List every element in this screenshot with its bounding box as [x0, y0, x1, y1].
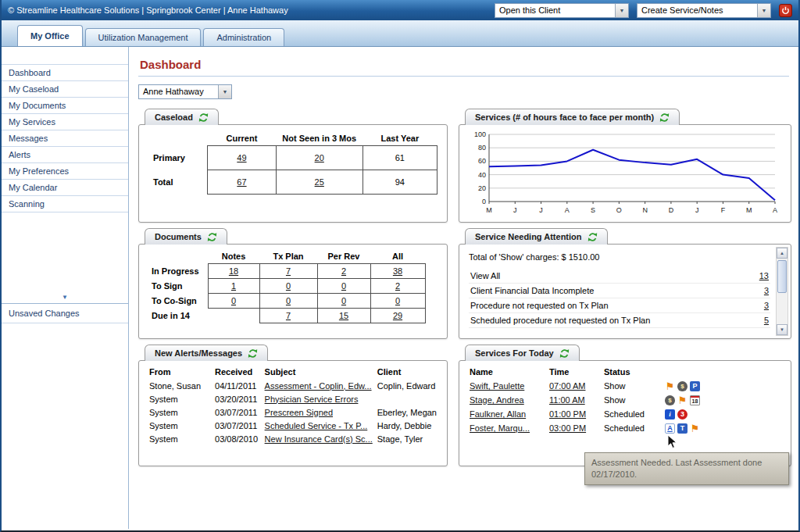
sidebar-item-unsaved-changes[interactable]: Unsaved Changes: [2, 303, 128, 323]
documents-count-link[interactable]: 2: [395, 281, 400, 291]
tab-my-office[interactable]: My Office: [17, 25, 83, 46]
alert-client: Hardy, Debbie: [375, 419, 439, 432]
documents-count-link[interactable]: 0: [395, 296, 400, 305]
dropdown-arrow-icon[interactable]: ▼: [218, 85, 231, 98]
documents-row-label: Due in 14: [147, 309, 208, 323]
tab-utilization-management[interactable]: Utilization Management: [85, 28, 202, 46]
service-time-link[interactable]: 01:00 PM: [549, 409, 586, 419]
refresh-icon[interactable]: [198, 112, 209, 123]
scroll-down-icon[interactable]: ▼: [777, 324, 788, 335]
today-column-header: Time: [547, 365, 602, 379]
client-name-link[interactable]: Foster, Marqu...: [470, 423, 530, 433]
documents-count-link[interactable]: 29: [393, 311, 402, 320]
alert-badge-icon: 3: [677, 409, 688, 420]
documents-cell: 0: [317, 279, 370, 294]
services-chart-body: 020406080100MJJASONDJFMA: [459, 125, 791, 222]
sidebar-item-alerts[interactable]: Alerts: [2, 147, 128, 163]
client-name-link[interactable]: Swift, Paulette: [470, 381, 524, 391]
client-name-link[interactable]: Stage, Andrea: [470, 395, 524, 405]
sidebar-item-my-caseload[interactable]: My Caseload: [2, 81, 128, 98]
tab-administration[interactable]: Administration: [203, 28, 284, 46]
alert-subject-link[interactable]: Prescreen Signed: [265, 408, 333, 417]
sidebar-item-my-documents[interactable]: My Documents: [2, 98, 128, 114]
sidebar-item-my-preferences[interactable]: My Preferences: [2, 163, 128, 180]
staff-dropdown[interactable]: Anne Hathaway ▼: [138, 84, 232, 99]
caseload-count-link[interactable]: 20: [315, 153, 324, 162]
documents-count-link[interactable]: 18: [229, 266, 238, 276]
alert-subject-link[interactable]: Assessment - Coplin, Edw...: [265, 381, 372, 391]
svg-text:A: A: [565, 206, 570, 214]
documents-count-link[interactable]: 38: [393, 266, 402, 276]
alert-client: [375, 392, 439, 405]
documents-count-link[interactable]: 0: [341, 296, 346, 305]
scrollbar-thumb[interactable]: [777, 260, 787, 293]
sidebar-item-dashboard[interactable]: Dashboard: [2, 64, 128, 81]
documents-column-header: Per Rev: [317, 249, 370, 264]
alert-client: Eberley, Megan: [375, 405, 439, 419]
alert-subject-link[interactable]: Physician Service Errors: [265, 395, 359, 404]
alert-from: System: [147, 419, 212, 432]
scroll-up-icon[interactable]: ▲: [777, 248, 788, 259]
t-badge-icon: T: [677, 423, 688, 434]
table-row: Stage, Andrea11:00 AMShow$⚑18: [467, 393, 783, 407]
documents-cell: 0: [317, 294, 370, 309]
sidebar: DashboardMy CaseloadMy DocumentsMy Servi…: [2, 47, 129, 529]
documents-cell: 2: [317, 264, 370, 279]
client-name-link[interactable]: Faulkner, Allan: [470, 409, 526, 419]
logout-power-button[interactable]: [779, 4, 792, 17]
documents-count-link[interactable]: 2: [341, 266, 346, 276]
alerts-column-header: From: [147, 365, 212, 379]
documents-cell: 0: [370, 294, 425, 309]
documents-count-link[interactable]: 15: [339, 311, 348, 320]
service-time-link[interactable]: 03:00 PM: [549, 423, 586, 433]
open-client-dropdown[interactable]: Open this Client ▼: [495, 3, 629, 18]
dropdown-arrow-icon[interactable]: ▼: [757, 4, 770, 17]
caseload-row-label: Total: [148, 170, 208, 195]
sidebar-item-my-calendar[interactable]: My Calendar: [2, 180, 128, 196]
documents-count-link[interactable]: 0: [286, 281, 291, 291]
today-panel-body: NameTimeStatusSwift, Paulette07:00 AMSho…: [459, 361, 791, 466]
sidebar-item-messages[interactable]: Messages: [2, 130, 128, 147]
sidebar-item-my-services[interactable]: My Services: [2, 114, 128, 130]
alert-subject-cell: Prescreen Signed: [262, 405, 375, 419]
alert-subject-link[interactable]: New Insurance Card(s) Sc...: [265, 434, 373, 444]
attention-row: View All13: [469, 269, 770, 284]
svg-text:40: 40: [478, 171, 486, 179]
alert-subject-cell: New Insurance Card(s) Sc...: [262, 432, 375, 445]
documents-count-link[interactable]: 0: [286, 296, 291, 305]
documents-count-link[interactable]: 0: [231, 296, 236, 305]
attention-count-link[interactable]: 5: [764, 316, 769, 325]
moneybag-icon: $: [665, 395, 675, 405]
attention-count-link[interactable]: 3: [764, 301, 769, 310]
refresh-icon[interactable]: [588, 232, 598, 242]
alerts-column-header: Subject: [262, 365, 375, 379]
documents-count-link[interactable]: 0: [341, 281, 346, 291]
documents-row-label: To Co-Sign: [147, 294, 208, 309]
dashboard-grid: Caseload CurrentNot Seen in 3 MosLast Ye…: [138, 124, 789, 466]
sidebar-item-scanning[interactable]: Scanning: [2, 196, 128, 212]
attention-scrollbar[interactable]: ▲ ▼: [776, 247, 788, 336]
service-time-link[interactable]: 11:00 AM: [549, 395, 585, 405]
caseload-count-link[interactable]: 67: [237, 177, 246, 187]
alert-subject-link[interactable]: Scheduled Service - Tx P...: [265, 421, 368, 430]
caseload-count-link[interactable]: 49: [237, 153, 246, 162]
documents-count-link[interactable]: 7: [286, 266, 291, 276]
refresh-icon[interactable]: [659, 112, 670, 123]
refresh-icon[interactable]: [559, 348, 570, 359]
svg-text:J: J: [513, 206, 517, 214]
documents-count-link[interactable]: 1: [231, 281, 236, 291]
alert-from: Stone, Susan: [147, 379, 212, 392]
attention-count-link[interactable]: 3: [764, 286, 769, 295]
refresh-icon[interactable]: [207, 232, 217, 242]
today-name-cell: Foster, Marqu...: [467, 421, 547, 435]
sidebar-scroll-down-icon[interactable]: ▼: [2, 291, 128, 303]
documents-cell: 18: [208, 264, 259, 279]
documents-count-link[interactable]: 7: [286, 311, 291, 320]
caseload-count-link[interactable]: 25: [315, 177, 324, 187]
dropdown-arrow-icon[interactable]: ▼: [615, 4, 628, 17]
service-time-link[interactable]: 07:00 AM: [549, 381, 585, 391]
today-icons-cell: ⚑$P: [662, 379, 783, 393]
refresh-icon[interactable]: [248, 348, 258, 359]
attention-count-link[interactable]: 13: [759, 271, 769, 280]
create-service-dropdown[interactable]: Create Service/Notes ▼: [637, 3, 771, 18]
